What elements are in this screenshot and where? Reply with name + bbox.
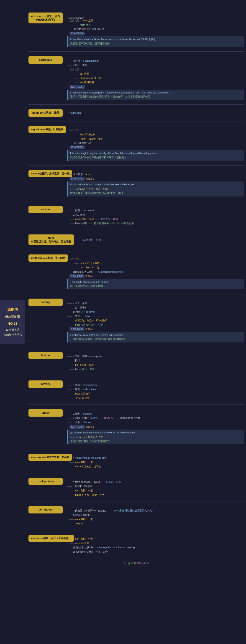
sidebar-title-line4: 21考研英语 xyxy=(4,328,22,333)
word-archive: archive ——n.档案=document ——v.把…存档 ——arch-… xyxy=(29,206,244,225)
word-bearing: bearing ——v.承受、忍受 ——v.生（孩子） ——行为举止=behav… xyxy=(29,298,244,342)
word-contingent: contingent ——n.代表团（来自同一个地方的）——sent 形容词组国… xyxy=(29,506,244,525)
node-aggregate: aggregate xyxy=(29,56,63,64)
word-brevity: brevity ——n.简洁=conciseness ——n.短暂=a shor… xyxy=(29,380,244,400)
sidebar-title-line2: 蹲坑词汇课 xyxy=(4,314,22,320)
bearing-example: a distinctive rock or tree can restore y… xyxy=(67,332,244,342)
aftermath-branches: 折分记忆：after 之后 ——math 数学 确保数学里之后感觉很不好 201… xyxy=(67,19,244,47)
node-align: align v.使整齐、排成直线、使一致 xyxy=(29,170,72,177)
word-align: align v.使整齐、排成直线、使一致 ——语音音形：a line 2019-… xyxy=(29,170,244,196)
concurrent-branches: ——= happening at the same time ——con- 共同… xyxy=(67,456,244,468)
node-convene: convene v.召集、召开（正式会议） xyxy=(29,535,74,542)
node-brevity: brevity xyxy=(29,380,63,388)
word-concurrent: concurrent a.同时发生的、并存的 ——= happening at … xyxy=(29,454,244,468)
sidebar-title-line3: NO.13 xyxy=(4,321,22,327)
check-branches: ——v.检查=examine ——v.控制、抑制=control——联想记忆——… xyxy=(67,412,244,444)
footer: 📱 微信 庞庞的小世界 xyxy=(29,558,244,568)
aftermath-example: in the aftermath of the Great Recession … xyxy=(67,36,244,47)
footer-text: 微信 庞庞的小世界 xyxy=(128,562,149,565)
convene-branches: ——con- 共同、一起 ——ven- went 走 ——图画走到一起举办=co… xyxy=(67,537,244,554)
bearing-branches: ——v.承受、忍受 ——v.生（孩子） ——行为举止=behavior ——n.… xyxy=(67,301,244,342)
node-contingent: contingent xyxy=(29,506,63,514)
word-artifact: artifact n.人工制品、手工制品 折分记忆： ——arts 艺术（人造的… xyxy=(29,254,244,289)
aggregate-branches: ——n.总数=a total number ——v.合计、累集 折分记忆： ——… xyxy=(67,59,244,100)
word-albeit: albeit conj.尽管、虽然 = although xyxy=(29,109,244,117)
word-aftermath: aftermath n.后果、创伤（情感色彩向下） = consequence … xyxy=(29,12,244,47)
artifact-example: Thousands of artifacts came to fight. 成千… xyxy=(67,279,244,290)
word-arena: arenan.圆形运动场、竞争舞台、活动场所 ~ area 地区、区域 xyxy=(29,234,244,245)
node-bolster: bolster xyxy=(29,352,63,359)
word-aggregate: aggregate ——n.总数=a total number ——v.合计、累… xyxy=(29,56,244,100)
node-concurrent: concurrent a.同时发生的、并存的 xyxy=(29,454,72,461)
algorithm-branches: 折分记忆： ——algo 算法结构 ——-rithm- -rhythm- 节奏 … xyxy=(67,128,244,161)
node-artifact: artifact n.人工制品、手工制品 xyxy=(29,254,68,262)
node-aftermath: aftermath n.后果、创伤（情感色彩向下） xyxy=(29,12,63,24)
bolster-branches: ——v.支持、加强——improve ——n.执行 ——bol- bol 压、崩… xyxy=(67,354,244,371)
align-branches: ——语音音形：a line 2019-TEXT2真题索引 On this, st… xyxy=(67,172,244,196)
node-albeit: albeit conj.尽管、虽然 xyxy=(29,109,63,117)
word-configuration: configuration ——= form or shape、layout——… xyxy=(29,478,244,497)
sidebar-title-line1: 庞庞的 xyxy=(4,306,22,313)
word-convene: convene v.召集、召开（正式会议） ——con- 共同、一起 ——ven… xyxy=(29,535,244,554)
brevity-branches: ——n.简洁=conciseness ——n.短暂=a short time —… xyxy=(67,383,244,400)
node-arena: arenan.圆形运动场、竞争舞台、活动场所 xyxy=(29,234,74,245)
aggregate-example: it is processing and aggregation，not the… xyxy=(67,90,244,100)
main-content: aftermath n.后果、创伤（情感色彩向下） = consequence … xyxy=(0,4,246,572)
node-check: check xyxy=(29,409,63,416)
page-container: 庞庞的 蹲坑词汇课 NO.13 21考研英语 大纲新增内容A aftermath… xyxy=(0,0,246,576)
word-bolster: bolster ——v.支持、加强——improve ——n.执行 ——bol-… xyxy=(29,352,244,371)
word-algorithm: algorithm n.算法、计算程序 折分记忆： ——algo 算法结构 ——… xyxy=(29,126,244,161)
node-bearing: bearing xyxy=(29,298,63,306)
algorithm-example: It is not enough to say that the algorit… xyxy=(67,150,244,161)
word-check: check ——v.检查=examine ——v.控制、抑制=control——… xyxy=(29,409,244,444)
check-example: 加 Justices intended to check the power o… xyxy=(67,430,244,444)
node-configuration: configuration xyxy=(29,478,63,485)
archive-branches: ——n.档案=document ——v.把…存档 ——arch- 拱形、尖尖——… xyxy=(67,208,244,225)
wechat-icon: 📱 xyxy=(123,562,127,565)
configuration-branches: ——= form or shape、layout——n.形态、构形 ——n.计算… xyxy=(67,480,244,497)
node-archive: archive xyxy=(29,206,63,213)
sidebar-label: 庞庞的 蹲坑词汇课 NO.13 21考研英语 大纲新增内容A xyxy=(0,300,25,344)
contingent-branches: ——n.代表团（来自同一个地方的）——sent 形容词组国家或地区的代表人* —… xyxy=(67,509,244,526)
align-example: On this, students' and colleges' incenti… xyxy=(67,182,244,196)
node-algorithm: algorithm n.算法、计算程序 xyxy=(29,126,66,133)
artifact-branches: 折分记忆： ——arts 艺术（人造的） ——-fact -fect -flic… xyxy=(67,257,244,290)
sidebar-title-line5: 大纲新增内容A xyxy=(4,332,22,338)
